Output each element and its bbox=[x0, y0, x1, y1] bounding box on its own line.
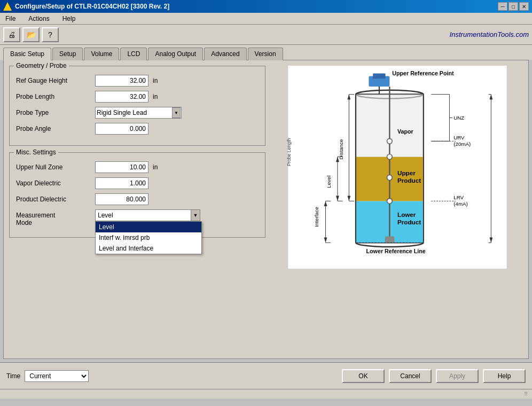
probe-type-label: Probe Type bbox=[16, 109, 91, 116]
probe-length-unit: in bbox=[153, 93, 158, 100]
open-button[interactable]: 📂 bbox=[22, 27, 40, 42]
svg-text:Lower: Lower bbox=[397, 211, 416, 218]
probe-angle-input[interactable] bbox=[95, 123, 148, 135]
time-label: Time bbox=[6, 372, 20, 380]
svg-text:(4mA): (4mA) bbox=[453, 201, 467, 207]
minimize-button[interactable]: ─ bbox=[498, 2, 507, 11]
time-select[interactable]: Current Historical bbox=[25, 370, 89, 382]
measurement-mode-display[interactable]: Level bbox=[95, 209, 191, 221]
tab-version[interactable]: Version bbox=[248, 48, 283, 60]
product-dielectric-row: Product Dielectric bbox=[16, 193, 259, 205]
help-button[interactable]: Help bbox=[483, 369, 526, 383]
ref-gauge-row: Ref Gauge Height in bbox=[16, 75, 259, 87]
cancel-button[interactable]: Cancel bbox=[389, 369, 432, 383]
help-toolbar-button[interactable]: ? bbox=[42, 27, 59, 42]
svg-text:UNZ: UNZ bbox=[453, 115, 464, 121]
svg-text:Upper: Upper bbox=[397, 169, 416, 176]
svg-text:Product: Product bbox=[397, 218, 421, 225]
tab-volume[interactable]: Volume bbox=[84, 48, 119, 60]
resize-grip[interactable]: ⠿ bbox=[524, 391, 528, 397]
misc-group-label: Misc. Settings bbox=[14, 149, 58, 156]
svg-text:URV: URV bbox=[453, 135, 465, 140]
measurement-mode-row: MeasurementMode Level ▼ Level Interf w. … bbox=[16, 209, 259, 227]
ref-gauge-label: Ref Gauge Height bbox=[16, 77, 91, 84]
tab-setup[interactable]: Setup bbox=[52, 48, 83, 60]
probe-length-row: Probe Length in bbox=[16, 91, 259, 103]
probe-type-select-wrapper: Rigid Single Lead ▼ bbox=[95, 107, 182, 119]
menu-help[interactable]: Help bbox=[60, 14, 78, 23]
window-title: Configure/Setup of CTLR-01C04CH02 [3300 … bbox=[15, 3, 169, 10]
measurement-mode-label: MeasurementMode bbox=[16, 209, 91, 227]
misc-group: Misc. Settings Upper Null Zone in Vapor … bbox=[9, 152, 265, 238]
tab-basic-setup[interactable]: Basic Setup bbox=[3, 48, 51, 60]
close-button[interactable]: ✕ bbox=[519, 2, 529, 11]
svg-text:Product: Product bbox=[397, 177, 421, 184]
tabs-container: Basic SetupSetupVolumeLCDAnalog OutputAd… bbox=[0, 45, 532, 60]
bottom-buttons: OK Cancel Apply Help bbox=[342, 369, 526, 383]
tab-advanced[interactable]: Advanced bbox=[204, 48, 246, 60]
menu-actions[interactable]: Actions bbox=[26, 14, 51, 23]
svg-rect-3 bbox=[373, 74, 385, 79]
upper-null-row: Upper Null Zone in bbox=[16, 161, 259, 173]
ok-button[interactable]: OK bbox=[342, 369, 385, 383]
upper-null-input[interactable] bbox=[95, 161, 148, 173]
upper-null-label: Upper Null Zone bbox=[16, 163, 91, 171]
tab-lcd[interactable]: LCD bbox=[120, 48, 147, 60]
svg-text:LRV: LRV bbox=[453, 194, 464, 200]
bottom-bar: Time Current Historical OK Cancel Apply … bbox=[0, 362, 532, 389]
svg-rect-16 bbox=[385, 237, 395, 243]
measurement-mode-option-level[interactable]: Level bbox=[96, 222, 201, 232]
svg-text:Lower Reference Line: Lower Reference Line bbox=[366, 248, 426, 254]
svg-point-14 bbox=[387, 175, 393, 181]
product-dielectric-label: Product Dielectric bbox=[16, 196, 91, 203]
time-select-wrapper: Current Historical bbox=[25, 370, 89, 382]
probe-length-input[interactable] bbox=[95, 91, 148, 103]
ref-gauge-input[interactable] bbox=[95, 75, 148, 87]
geometry-group: Geometry / Probe Ref Gauge Height in Pro… bbox=[9, 66, 265, 146]
upper-null-unit: in bbox=[153, 163, 158, 171]
content-area: Geometry / Probe Ref Gauge Height in Pro… bbox=[3, 60, 529, 359]
print-button[interactable]: 🖨 bbox=[3, 27, 20, 42]
status-bar: ⠿ bbox=[0, 389, 532, 399]
probe-type-select[interactable]: Rigid Single Lead bbox=[95, 107, 182, 119]
measurement-mode-arrow[interactable]: ▼ bbox=[191, 209, 200, 221]
svg-point-13 bbox=[387, 154, 393, 160]
vapor-dielectric-input[interactable] bbox=[95, 177, 148, 189]
product-dielectric-input[interactable] bbox=[95, 193, 148, 205]
vapor-dielectric-label: Vapor Dielectric bbox=[16, 179, 91, 187]
svg-point-15 bbox=[387, 198, 393, 204]
toolbar: 🖨 📂 ? InstrumentationTools.com bbox=[0, 25, 532, 45]
svg-text:Upper Reference Point: Upper Reference Point bbox=[392, 70, 454, 76]
svg-text:Distance: Distance bbox=[338, 139, 344, 160]
title-bar: Configure/Setup of CTLR-01C04CH02 [3300 … bbox=[0, 0, 532, 13]
svg-text:Probe Length: Probe Length bbox=[286, 138, 292, 166]
menu-file[interactable]: File bbox=[3, 14, 18, 23]
probe-type-row: Probe Type Rigid Single Lead ▼ bbox=[16, 107, 259, 119]
probe-angle-row: Probe Angle bbox=[16, 123, 259, 135]
vapor-dielectric-row: Vapor Dielectric bbox=[16, 177, 259, 189]
measurement-mode-list: Level Interf w. imrsd prb Level and Inte… bbox=[95, 221, 202, 254]
svg-text:Level: Level bbox=[326, 176, 332, 188]
measurement-mode-option-level-interface[interactable]: Level and Interface bbox=[96, 243, 201, 254]
geometry-group-label: Geometry / Probe bbox=[14, 62, 69, 69]
svg-text:Interface: Interface bbox=[314, 207, 319, 227]
right-panel: Upper Reference Point bbox=[272, 66, 523, 353]
app-icon bbox=[3, 2, 12, 11]
svg-point-12 bbox=[387, 138, 393, 144]
tab-analog-output[interactable]: Analog Output bbox=[148, 48, 203, 60]
apply-button[interactable]: Apply bbox=[436, 369, 479, 383]
ref-gauge-unit: in bbox=[153, 77, 158, 84]
probe-angle-label: Probe Angle bbox=[16, 125, 91, 132]
measurement-mode-dropdown-container: Level ▼ Level Interf w. imrsd prb Level … bbox=[95, 209, 200, 221]
svg-text:Vapor: Vapor bbox=[397, 128, 413, 135]
restore-button[interactable]: □ bbox=[508, 2, 518, 11]
measurement-mode-option-interf[interactable]: Interf w. imrsd prb bbox=[96, 232, 201, 243]
probe-length-label: Probe Length bbox=[16, 93, 91, 100]
menu-bar: File Actions Help bbox=[0, 13, 532, 25]
brand-label: InstrumentationTools.com bbox=[450, 30, 529, 38]
left-panel: Geometry / Probe Ref Gauge Height in Pro… bbox=[9, 66, 265, 353]
svg-text:(20mA): (20mA) bbox=[453, 141, 471, 147]
tank-diagram: Upper Reference Point bbox=[272, 66, 523, 269]
bottom-left: Time Current Historical bbox=[6, 370, 89, 382]
